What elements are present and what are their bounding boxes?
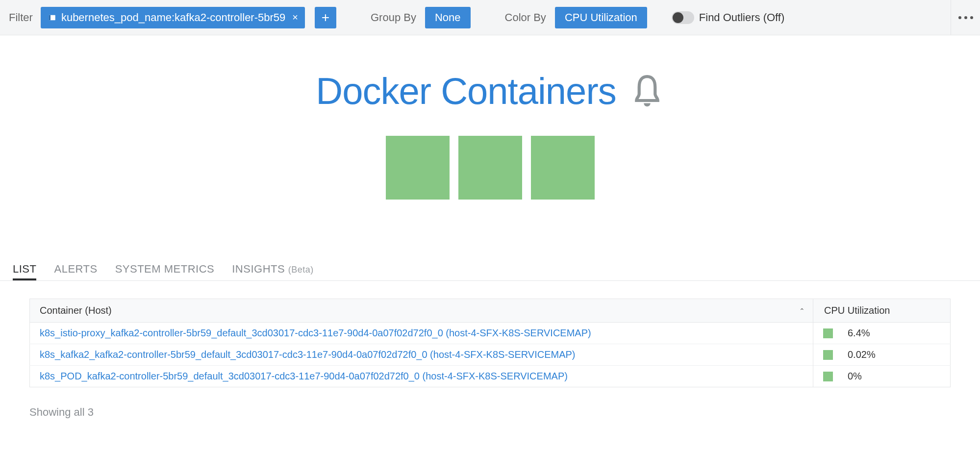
- svg-rect-1: [49, 15, 50, 20]
- tabs: LIST ALERTS SYSTEM METRICS INSIGHTS (Bet…: [0, 258, 980, 281]
- container-tile[interactable]: [458, 136, 522, 200]
- table-row: k8s_istio-proxy_kafka2-controller-5br59_…: [30, 323, 951, 344]
- container-link[interactable]: k8s_istio-proxy_kafka2-controller-5br59_…: [40, 327, 591, 338]
- toggle-knob: [673, 12, 683, 23]
- cpu-color-swatch: [823, 372, 833, 381]
- col-header-container[interactable]: Container (Host) ⌃: [30, 299, 813, 323]
- container-link[interactable]: k8s_kafka2_kafka2-controller-5br59_defau…: [40, 349, 576, 360]
- tab-system-metrics[interactable]: SYSTEM METRICS: [115, 263, 215, 280]
- tab-insights[interactable]: INSIGHTS (Beta): [232, 263, 314, 280]
- container-tile[interactable]: [386, 136, 450, 200]
- dots-icon: [958, 16, 961, 19]
- color-by-selector[interactable]: CPU Utilization: [555, 7, 647, 28]
- container-table: Container (Host) ⌃ CPU Utilization k8s_i…: [29, 299, 951, 387]
- container-table-wrap: Container (Host) ⌃ CPU Utilization k8s_i…: [0, 281, 980, 397]
- add-filter-button[interactable]: +: [315, 7, 336, 28]
- filter-chip[interactable]: kubernetes_pod_name:kafka2-controller-5b…: [41, 7, 305, 28]
- cpu-cell: 0.02%: [813, 344, 951, 366]
- tab-list[interactable]: LIST: [13, 263, 36, 280]
- group-by-label: Group By: [371, 11, 416, 24]
- cpu-value: 0%: [848, 371, 862, 382]
- container-cell: k8s_istio-proxy_kafka2-controller-5br59_…: [30, 323, 813, 344]
- outliers-toggle[interactable]: [672, 11, 694, 24]
- table-row: k8s_kafka2_kafka2-controller-5br59_defau…: [30, 344, 951, 366]
- cpu-color-swatch: [823, 350, 833, 360]
- color-by-label: Color By: [505, 11, 546, 24]
- group-by-control: Group By None: [371, 7, 471, 28]
- cpu-value: 0.02%: [848, 349, 876, 360]
- cpu-color-swatch: [823, 328, 833, 338]
- container-cell: k8s_kafka2_kafka2-controller-5br59_defau…: [30, 344, 813, 366]
- outliers-label: Find Outliers (Off): [699, 11, 784, 24]
- col-header-cpu[interactable]: CPU Utilization: [813, 299, 951, 323]
- bell-icon[interactable]: [630, 72, 664, 111]
- more-menu-button[interactable]: [951, 0, 980, 35]
- cpu-cell: 6.4%: [813, 323, 951, 344]
- container-link[interactable]: k8s_POD_kafka2-controller-5br59_default_…: [40, 371, 568, 381]
- group-by-selector[interactable]: None: [425, 7, 471, 28]
- outliers-toggle-wrap: Find Outliers (Off): [672, 11, 787, 24]
- container-tiles: [0, 136, 980, 200]
- visualization-area: Docker Containers: [0, 35, 980, 200]
- cpu-cell: 0%: [813, 366, 951, 387]
- sort-ascending-icon: ⌃: [799, 307, 805, 315]
- table-row: k8s_POD_kafka2-controller-5br59_default_…: [30, 366, 951, 387]
- close-icon[interactable]: ×: [292, 12, 298, 23]
- tab-alerts[interactable]: ALERTS: [54, 263, 97, 280]
- page-title[interactable]: Docker Containers: [316, 70, 616, 112]
- color-by-control: Color By CPU Utilization: [505, 7, 647, 28]
- toolbar: Filter kubernetes_pod_name:kafka2-contro…: [0, 0, 980, 35]
- filter-chip-text: kubernetes_pod_name:kafka2-controller-5b…: [61, 11, 285, 24]
- dimension-icon: [48, 13, 56, 22]
- container-tile[interactable]: [531, 136, 595, 200]
- container-cell: k8s_POD_kafka2-controller-5br59_default_…: [30, 366, 813, 387]
- filter-label: Filter: [9, 11, 33, 24]
- cpu-value: 6.4%: [848, 327, 870, 339]
- showing-count: Showing all 3: [0, 397, 980, 424]
